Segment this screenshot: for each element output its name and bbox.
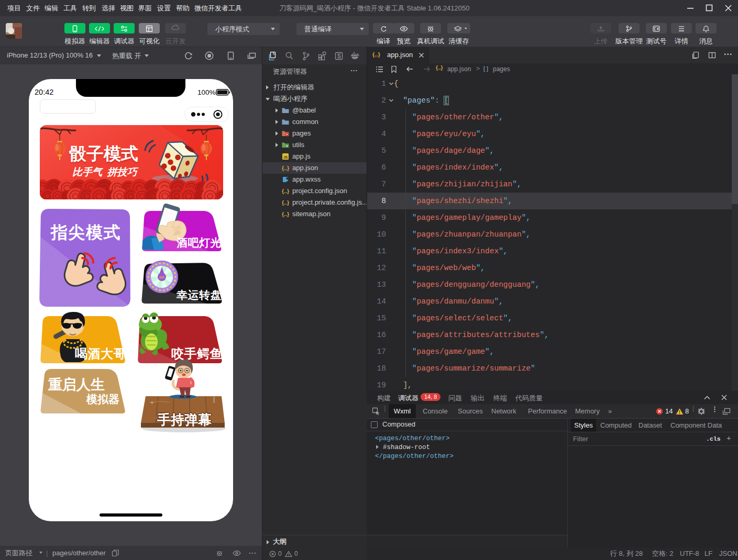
- svg-text:{..}: {..}: [282, 199, 289, 206]
- svg-text:+: +: [150, 399, 153, 406]
- svg-text:{..}: {..}: [282, 211, 289, 217]
- svg-text:JS: JS: [283, 155, 288, 159]
- svg-text:{..}: {..}: [282, 188, 289, 194]
- svg-text:{..}: {..}: [282, 165, 289, 171]
- svg-text:GO: GO: [159, 276, 164, 279]
- svg-text:|: |: [213, 395, 215, 403]
